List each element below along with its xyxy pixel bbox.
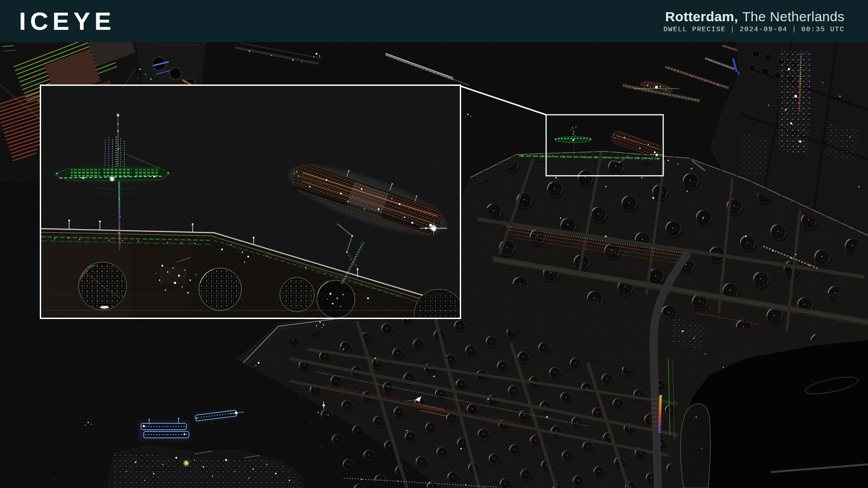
- inset-tank-c: [280, 277, 314, 312]
- capture-date: 2024-09-04: [740, 26, 788, 33]
- capture-meta: DWELL PRECISE|2024-09-04|00:35 UTC: [664, 26, 844, 33]
- capture-time: 00:35 UTC: [802, 26, 844, 33]
- inset-tank-a: [79, 262, 127, 310]
- inset-magnified-view: [41, 85, 464, 339]
- capture-info: Rotterdam,The Netherlands DWELL PRECISE|…: [664, 9, 844, 33]
- inset-tank-b: [199, 268, 241, 310]
- sar-image: [0, 42, 868, 488]
- iceye-sar-product-view: ICEYE Rotterdam,The Netherlands DWELL PR…: [0, 0, 868, 488]
- ship-blue-moored: [138, 418, 189, 441]
- iceye-logo: ICEYE: [19, 9, 115, 34]
- inset-tank-d: [317, 280, 355, 318]
- location-city: Rotterdam,: [665, 9, 738, 24]
- meta-separator: |: [792, 26, 797, 33]
- meta-separator: |: [730, 26, 735, 33]
- location-country: The Netherlands: [742, 9, 844, 24]
- location-title: Rotterdam,The Netherlands: [664, 9, 844, 24]
- header-bar: ICEYE Rotterdam,The Netherlands DWELL PR…: [0, 0, 868, 42]
- capture-mode: DWELL PRECISE: [664, 26, 726, 33]
